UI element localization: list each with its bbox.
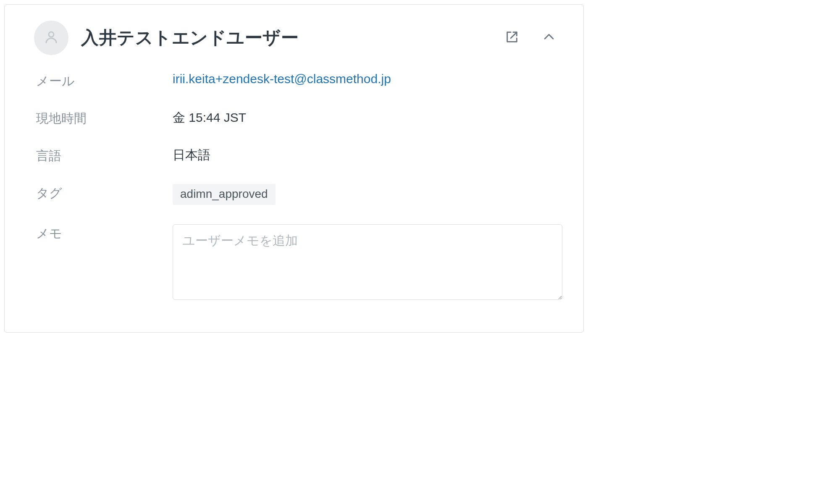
user-profile-card: 入井テストエンドユーザー: [4, 4, 584, 333]
svg-point-0: [49, 32, 54, 37]
tags-row: タグ adimn_approved: [36, 184, 562, 205]
user-avatar: [34, 21, 68, 55]
tag-item[interactable]: adimn_approved: [173, 184, 276, 205]
localtime-label: 現地時間: [36, 109, 173, 127]
user-name: 入井テストエンドユーザー: [81, 26, 489, 50]
memo-textarea[interactable]: [173, 224, 562, 300]
tags-label: タグ: [36, 184, 173, 202]
user-details: メール irii.keita+zendesk-test@classmethod.…: [5, 68, 583, 332]
email-value[interactable]: irii.keita+zendesk-test@classmethod.jp: [173, 72, 562, 86]
person-icon: [44, 29, 59, 46]
external-link-icon: [505, 30, 519, 46]
language-label: 言語: [36, 147, 173, 165]
open-external-button[interactable]: [502, 28, 522, 48]
memo-label: メモ: [36, 224, 173, 242]
header-actions: [502, 28, 559, 48]
collapse-button[interactable]: [539, 28, 559, 48]
tags-value: adimn_approved: [173, 184, 562, 205]
card-header: 入井テストエンドユーザー: [5, 5, 583, 68]
localtime-row: 現地時間 金 15:44 JST: [36, 109, 562, 127]
localtime-value: 金 15:44 JST: [173, 109, 562, 126]
email-label: メール: [36, 72, 173, 90]
language-row: 言語 日本語: [36, 147, 562, 165]
email-row: メール irii.keita+zendesk-test@classmethod.…: [36, 72, 562, 90]
language-value: 日本語: [173, 147, 562, 164]
chevron-up-icon: [542, 30, 556, 46]
memo-row: メモ: [36, 224, 562, 303]
memo-value-container: [173, 224, 562, 303]
